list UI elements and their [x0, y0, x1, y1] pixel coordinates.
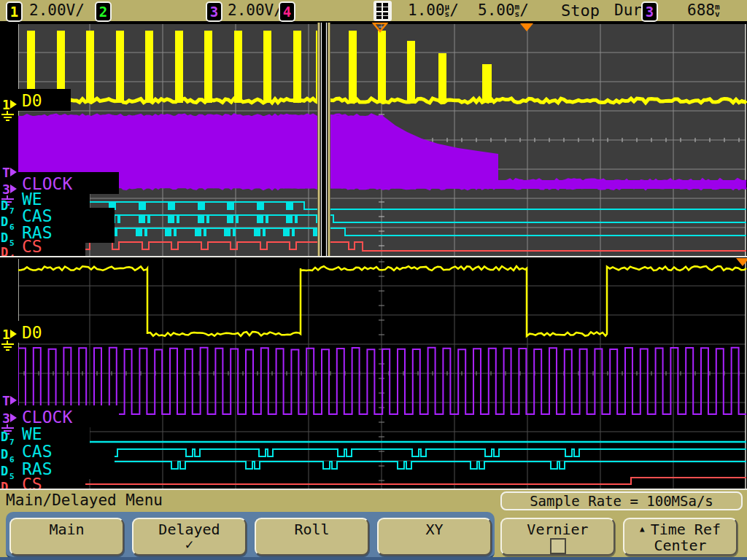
svg-text:5: 5: [9, 238, 15, 248]
svg-text:3: 3: [2, 182, 10, 197]
run-state: Stop: [561, 0, 600, 21]
xy-button[interactable]: XY: [377, 518, 492, 556]
sample-rate-readout: Sample Rate = 100MSa/s: [500, 491, 743, 510]
xy-button-label: XY: [425, 521, 443, 537]
main-button-label: Main: [49, 521, 84, 537]
delayed-button[interactable]: Delayed ✓: [132, 518, 247, 556]
channel-3-scale: 2.00V/: [228, 0, 283, 21]
roll-button-label: Roll: [294, 521, 329, 537]
svg-text:D: D: [1, 429, 8, 444]
channel-2-badge[interactable]: 2: [95, 1, 112, 22]
svg-text:D: D: [1, 245, 8, 256]
vernier-button[interactable]: Vernier: [500, 518, 615, 556]
svg-text:WE_: WE_: [22, 424, 53, 444]
svg-text:7: 7: [9, 438, 15, 447]
svg-text:CS_: CS_: [22, 475, 53, 489]
channel-4-badge[interactable]: 4: [279, 1, 295, 22]
svg-text:D: D: [1, 230, 8, 245]
svg-text:D: D: [1, 198, 8, 213]
delayed-button-label: Delayed: [158, 521, 220, 537]
time-ref-button-label: Time Ref: [651, 521, 721, 537]
svg-text:D: D: [1, 464, 8, 478]
time-ref-button-value: Center: [654, 537, 706, 553]
svg-text:1: 1: [2, 327, 10, 342]
svg-text:T: T: [2, 393, 10, 408]
svg-text:CAS_: CAS_: [22, 442, 63, 462]
svg-text:D0: D0: [22, 323, 42, 342]
main-waveform-window: D0CLOCKWE_CAS_RAS_CS_1T3D7D6D5D4: [0, 23, 747, 256]
channel-1-badge[interactable]: 1: [6, 1, 23, 22]
delayed-timebase: 1.00µs/: [408, 0, 459, 21]
oscilloscope-screen: 1 2.00V/ 2 3 2.00V/ 4 1.00µs/ 5.00ms/ St…: [0, 0, 747, 560]
main-timebase: 5.00ms/: [478, 0, 529, 21]
svg-text:6: 6: [9, 222, 15, 232]
cycle-up-icon: ▲: [640, 521, 645, 537]
svg-text:D0: D0: [22, 91, 42, 110]
softkey-area: Main Delayed ✓ Roll XY Vernier ▲Time Ref…: [0, 512, 747, 560]
time-ref-button[interactable]: ▲Time Ref Center: [623, 518, 738, 556]
svg-text:CS_: CS_: [22, 237, 53, 256]
menu-title: Main/Delayed Menu: [6, 491, 163, 509]
main-button[interactable]: Main: [9, 518, 124, 556]
softkey-bottom-strip: [0, 557, 747, 560]
checkmark-icon: ✓: [185, 537, 193, 551]
menu-bar: Main/Delayed Menu Sample Rate = 100MSa/s: [0, 490, 747, 512]
trigger-mode: Dur: [614, 0, 642, 21]
svg-text:T: T: [2, 165, 10, 180]
vernier-checkbox[interactable]: [550, 538, 566, 554]
roll-button[interactable]: Roll: [255, 518, 369, 556]
svg-text:1: 1: [2, 97, 10, 112]
svg-text:7: 7: [9, 206, 15, 216]
vernier-button-label: Vernier: [527, 521, 588, 537]
delayed-waveform-window: D0CLOCKWE_CAS_RAS_CS_1T3D7D6D5D4: [0, 257, 747, 489]
svg-text:D: D: [1, 447, 8, 462]
dual-window-mode-icon: [374, 1, 392, 21]
svg-text:3: 3: [2, 411, 10, 426]
trigger-source-badge: 3: [641, 1, 658, 22]
status-bar: 1 2.00V/ 2 3 2.00V/ 4 1.00µs/ 5.00ms/ St…: [0, 0, 747, 23]
channel-1-scale: 2.00V/: [29, 0, 85, 21]
svg-text:5: 5: [9, 472, 15, 481]
svg-text:D: D: [1, 214, 8, 229]
trigger-level: 688mv: [687, 0, 720, 21]
channel-3-badge[interactable]: 3: [206, 1, 222, 22]
svg-text:6: 6: [9, 455, 15, 464]
